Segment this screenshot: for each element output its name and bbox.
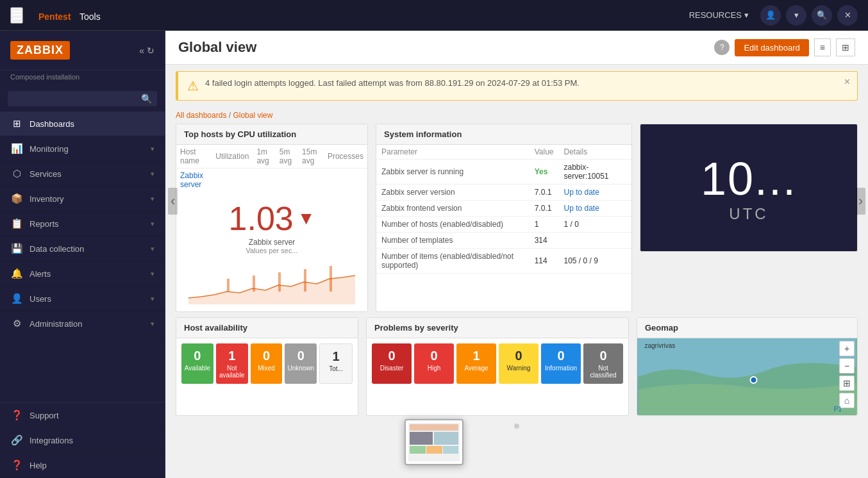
sidebar-item-alerts[interactable]: 🔔 Alerts ▾: [0, 261, 165, 286]
col-host-name: Host name: [176, 145, 212, 169]
page-header: Global view ? Edit dashboard ≡ ⊞: [165, 31, 868, 65]
reports-icon: 📋: [10, 218, 23, 229]
data-collection-icon: 💾: [10, 243, 23, 254]
breadcrumb: All dashboards / Global view: [165, 107, 868, 124]
map-zoom-in-button[interactable]: +: [839, 341, 855, 356]
scroll-left-button[interactable]: ‹: [168, 188, 178, 215]
alert-close-button[interactable]: ✕: [844, 77, 851, 87]
sidebar-item-label: Integrations: [29, 436, 154, 445]
sidebar-item-label: Support: [29, 411, 154, 420]
hosts-table: Host name Utilization 1m avg 5m avg 15m …: [176, 145, 367, 192]
sidebar-item-label: Administration: [29, 319, 144, 329]
alert-bar: ⚠ 4 failed login attempts logged. Last f…: [176, 71, 858, 101]
chevron-icon: ▾: [151, 145, 154, 153]
sidebar-item-support[interactable]: ❓ Support: [0, 403, 165, 428]
sidebar-item-inventory[interactable]: 📦 Inventory ▾: [0, 186, 165, 211]
sev-not-classified: 0 Not classified: [583, 343, 623, 384]
sidebar-collapse-icon[interactable]: «: [139, 45, 144, 56]
sidebar-item-monitoring[interactable]: 📊 Monitoring ▾: [0, 136, 165, 161]
map-svg: zagrivrivas: [637, 338, 857, 415]
cpu-sublabel: Values per sec...: [246, 247, 297, 254]
sysinfo-col-value: Value: [530, 145, 559, 160]
sidebar-item-services[interactable]: ⬡ Services ▾: [0, 161, 165, 186]
svg-rect-16: [426, 446, 442, 454]
chevron-icon: ▾: [151, 320, 154, 328]
sidebar-item-administration[interactable]: ⚙ Administration ▾: [0, 311, 165, 336]
svg-text:zagrivrivas: zagrivrivas: [645, 342, 676, 349]
edit-dashboard-button[interactable]: Edit dashboard: [735, 39, 808, 56]
map-zoom-out-button[interactable]: −: [839, 358, 855, 374]
sidebar-item-label: Data collection: [29, 244, 144, 254]
breadcrumb-global-view[interactable]: Global view: [233, 111, 272, 120]
avail-total: 1 Tot...: [319, 343, 353, 384]
sidebar-item-dashboards[interactable]: ⊞ Dashboards: [0, 111, 165, 136]
integrations-icon: 🔗: [10, 434, 23, 446]
svg-text:Tools: Tools: [79, 12, 101, 22]
host-name-cell[interactable]: Zabbix server: [176, 169, 212, 192]
svg-point-9: [751, 377, 757, 383]
sysinfo-col-details: Details: [558, 145, 631, 160]
search-input[interactable]: [13, 94, 141, 104]
sidebar-item-label: Help: [29, 461, 154, 470]
host-availability-title: Host availability: [176, 318, 358, 338]
clock-widget: 10... UTC: [640, 124, 858, 252]
alerts-icon: 🔔: [10, 268, 23, 279]
map-pin-label: P1: [834, 406, 842, 413]
sidebar-search: 🔍: [8, 91, 157, 106]
close-nav-icon[interactable]: ✕: [837, 5, 858, 26]
sidebar-refresh-icon[interactable]: ↻: [147, 45, 154, 56]
geomap-title: Geomap: [637, 318, 857, 338]
sidebar-item-data-collection[interactable]: 💾 Data collection ▾: [0, 236, 165, 261]
sidebar-item-users[interactable]: 👤 Users ▾: [0, 286, 165, 311]
help-button[interactable]: ?: [714, 40, 730, 55]
sidebar-logo-area: ZABBIX « ↻: [0, 31, 165, 70]
table-row: Number of hosts (enabled/disabled) 1 1 /…: [376, 217, 631, 233]
svg-rect-3: [227, 279, 230, 292]
cpu-metric: 1.03 ▼ Zabbix server Values per sec...: [176, 192, 367, 257]
sidebar-item-reports[interactable]: 📋 Reports ▾: [0, 211, 165, 236]
table-row: Zabbix server: [176, 169, 367, 192]
svg-rect-12: [410, 424, 458, 431]
clock-timezone: UTC: [729, 205, 768, 223]
sidebar-item-integrations[interactable]: 🔗 Integrations: [0, 428, 165, 453]
topnav-left: ☰ Pentest Tools: [10, 4, 117, 26]
cpu-graph-area: [176, 257, 367, 311]
list-view-button[interactable]: ≡: [814, 38, 831, 56]
cpu-server-label: Zabbix server: [249, 238, 296, 247]
magnify-icon[interactable]: 🔍: [812, 5, 832, 26]
user-icon-button[interactable]: 👤: [760, 5, 781, 26]
system-info-widget: System information Parameter Value Detai…: [376, 124, 632, 312]
map-filter-button[interactable]: ⊞: [839, 375, 855, 391]
sidebar-item-label: Dashboards: [29, 119, 154, 129]
scroll-right-button[interactable]: ›: [856, 188, 865, 215]
top-hosts-body: Host name Utilization 1m avg 5m avg 15m …: [176, 145, 367, 311]
table-row: Zabbix server version 7.0.1 Up to date: [376, 185, 631, 201]
svg-rect-17: [443, 446, 458, 454]
breadcrumb-all-dashboards[interactable]: All dashboards: [176, 111, 226, 120]
avail-not-available: 1 Not available: [216, 343, 248, 384]
chevron-icon: ▾: [151, 195, 154, 203]
logo: Pentest Tools: [33, 4, 117, 26]
col-5mavg: 5m avg: [276, 145, 298, 169]
hamburger-button[interactable]: ☰: [10, 7, 23, 24]
clock-time: 10...: [701, 152, 797, 205]
avail-available: 0 Available: [181, 343, 213, 384]
problems-severity-title: Problems by severity: [367, 318, 628, 338]
map-background: zagrivrivas: [637, 338, 857, 415]
user-chevron-button[interactable]: ▾: [786, 5, 806, 26]
topnav: ☰ Pentest Tools RESOURCES ▾ 👤 ▾ 🔍 ✕: [0, 0, 868, 31]
sidebar-item-help[interactable]: ❓ Help: [0, 453, 165, 478]
table-row: Zabbix frontend version 7.0.1 Up to date: [376, 201, 631, 217]
thumbnail-preview: [405, 419, 463, 465]
cpu-graph-svg: [181, 260, 362, 304]
monitoring-icon: 📊: [10, 143, 23, 154]
content-area: Global view ? Edit dashboard ≡ ⊞ ⚠ 4 fai…: [165, 31, 868, 478]
grid-view-button[interactable]: ⊞: [836, 38, 855, 56]
resources-button[interactable]: RESOURCES ▾: [683, 6, 755, 24]
sidebar-bottom: ❓ Support 🔗 Integrations ❓ Help: [0, 402, 165, 478]
sev-average: 1 Average: [456, 343, 496, 384]
svg-rect-14: [434, 432, 458, 445]
support-icon: ❓: [10, 409, 23, 421]
main-layout: ZABBIX « ↻ Composed installation 🔍 ⊞ Das…: [0, 31, 868, 478]
chevron-icon: ▾: [151, 245, 154, 253]
